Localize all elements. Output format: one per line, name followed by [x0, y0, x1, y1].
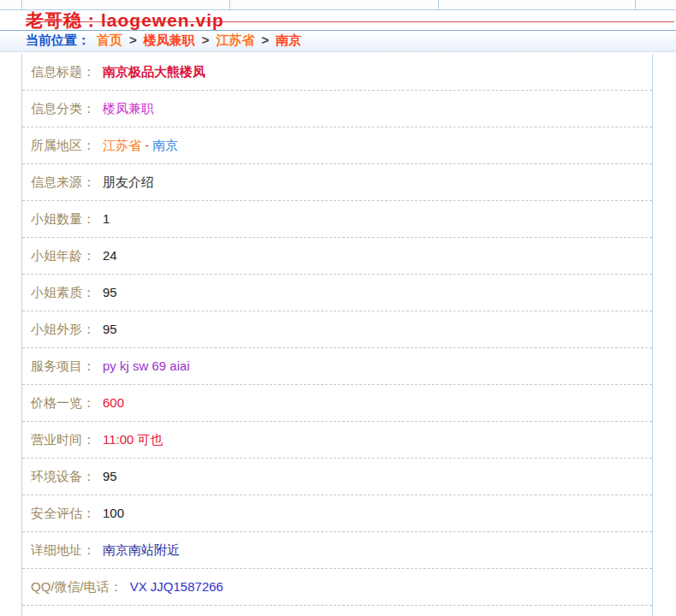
info-row-10: 价格一览：600 — [22, 385, 652, 422]
info-value: 24 — [103, 248, 117, 263]
site-logo[interactable]: 老哥稳：laogewen.vip — [26, 9, 224, 33]
info-label: 服务项目： — [31, 358, 95, 373]
info-value: 11:00 可也 — [103, 432, 163, 447]
breadcrumb-link-3[interactable]: 江苏省 — [216, 33, 255, 47]
top-table-cell-border — [21, 0, 22, 9]
breadcrumb-label: 当前位置： — [26, 33, 90, 47]
breadcrumb: 当前位置：首页>楼凤兼职>江苏省>南京 — [0, 30, 676, 52]
info-row-8: 小姐外形：95 — [22, 311, 652, 348]
breadcrumb-separator: > — [202, 33, 210, 47]
info-row-2: 信息分类：楼凤兼职 — [22, 91, 652, 127]
info-row-11: 营业时间：11:00 可也 — [22, 422, 652, 459]
info-label: 详细地址： — [31, 542, 95, 557]
info-value: 100 — [103, 506, 124, 520]
breadcrumb-link-1[interactable]: 首页 — [97, 33, 122, 47]
info-label: 价格一览： — [31, 395, 95, 410]
info-value-link[interactable]: 江苏省 — [103, 138, 141, 152]
info-value: 朋友介绍 — [103, 175, 154, 189]
info-rows: 信息标题：南京极品大熊楼凤信息分类：楼凤兼职所属地区：江苏省 - 南京信息来源：… — [22, 54, 652, 616]
info-value: 1 — [103, 211, 110, 226]
breadcrumb-link-4[interactable]: 南京 — [276, 33, 301, 47]
breadcrumb-separator: > — [129, 33, 137, 47]
info-panel: 信息标题：南京极品大熊楼凤信息分类：楼凤兼职所属地区：江苏省 - 南京信息来源：… — [21, 54, 653, 616]
info-value: 95 — [103, 285, 117, 299]
info-label: 小姐外形： — [31, 322, 95, 336]
info-value: 95 — [103, 469, 117, 483]
info-value: 95 — [103, 322, 117, 336]
info-label: 小姐数量： — [31, 211, 95, 226]
top-table-cell-border — [229, 0, 230, 9]
info-row-12: 环境设备：95 — [22, 459, 652, 495]
info-value: py kj sw 69 aiai — [103, 358, 190, 373]
info-label: 小姐年龄： — [31, 248, 95, 263]
info-value: 南京南站附近 — [103, 542, 180, 557]
info-row-6: 小姐年龄：24 — [22, 238, 652, 275]
info-label: 信息标题： — [31, 64, 95, 79]
info-row-5: 小姐数量：1 — [22, 201, 652, 238]
info-row-15: QQ/微信/电话：VX JJQ1587266 — [22, 569, 652, 606]
info-label: 营业时间： — [31, 432, 95, 447]
info-label: 环境设备： — [31, 469, 95, 483]
top-table-cell-border — [438, 0, 439, 9]
info-value: 600 — [103, 395, 124, 410]
info-row-13: 安全评估：100 — [22, 495, 652, 532]
info-value: - — [141, 138, 152, 152]
info-row-1: 信息标题：南京极品大熊楼凤 — [22, 54, 652, 91]
header: 老哥稳：laogewen.vip — [0, 10, 676, 30]
top-table-cell-border — [635, 0, 636, 9]
info-value: 南京极品大熊楼凤 — [103, 64, 205, 79]
info-label: QQ/微信/电话： — [31, 579, 122, 594]
info-label: 信息来源： — [31, 175, 95, 189]
breadcrumb-separator: > — [262, 33, 270, 47]
info-row-9: 服务项目：py kj sw 69 aiai — [22, 348, 652, 385]
info-row-14: 详细地址：南京南站附近 — [22, 532, 652, 569]
info-row-16: 综合评价：难得的极品 — [22, 606, 652, 616]
info-value-link[interactable]: 楼凤兼职 — [103, 101, 154, 116]
breadcrumb-link-2[interactable]: 楼凤兼职 — [144, 33, 195, 47]
breadcrumb-items: 首页>楼凤兼职>江苏省>南京 — [93, 33, 305, 47]
info-label: 安全评估： — [31, 506, 95, 520]
info-label: 信息分类： — [31, 101, 95, 116]
info-row-4: 信息来源：朋友介绍 — [22, 164, 652, 201]
info-label: 小姐素质： — [31, 285, 95, 299]
info-value-link[interactable]: 南京 — [152, 138, 178, 152]
info-row-3: 所属地区：江苏省 - 南京 — [22, 127, 652, 164]
info-label: 所属地区： — [31, 138, 95, 152]
info-value-link[interactable]: VX JJQ1587266 — [130, 579, 223, 594]
info-row-7: 小姐素质：95 — [22, 275, 652, 311]
